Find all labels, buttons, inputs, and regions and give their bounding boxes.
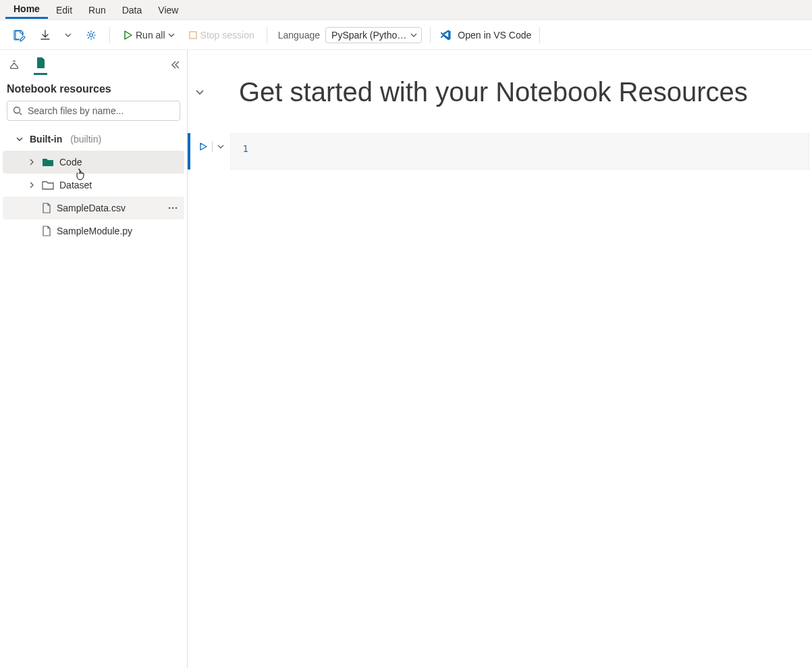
folder-outline-icon: [42, 180, 54, 190]
code-cell[interactable]: 1: [230, 133, 809, 170]
sidebar: Notebook resources Built-in (builtin): [0, 50, 188, 668]
tree-root-builtin[interactable]: Built-in (builtin): [3, 128, 184, 151]
download-dropdown[interactable]: [61, 29, 76, 41]
tree-file-label: SampleData.csv: [57, 203, 126, 213]
file-icon: [42, 203, 51, 213]
svg-point-0: [90, 33, 93, 36]
data-source-icon: [8, 58, 20, 70]
cell-run-button[interactable]: [198, 142, 208, 151]
open-in-vscode-button[interactable]: Open in VS Code: [439, 28, 531, 42]
tree-folder-dataset[interactable]: Dataset: [3, 174, 184, 197]
menu-tab-home[interactable]: Home: [5, 1, 48, 19]
chevron-right-icon: [27, 158, 36, 166]
main-split: Notebook resources Built-in (builtin): [0, 50, 812, 668]
toolbar: Run all Stop session Language PySpark (P…: [0, 20, 812, 50]
code-cell-row: 1: [188, 133, 812, 170]
search-input[interactable]: [26, 105, 174, 117]
svg-point-5: [175, 207, 178, 209]
tree-root-sub: (builtin): [70, 134, 101, 145]
chevron-down-icon: [410, 32, 417, 38]
download-button[interactable]: [35, 26, 55, 44]
file-icon: [42, 226, 51, 236]
svg-rect-1: [190, 32, 196, 38]
cell-collapse-toggle[interactable]: [188, 77, 209, 97]
menu-tab-run[interactable]: Run: [80, 2, 114, 18]
chevron-down-icon: [194, 86, 205, 97]
search-box[interactable]: [7, 101, 180, 121]
language-dropdown[interactable]: PySpark (Pytho…: [325, 27, 422, 43]
save-edit-button[interactable]: [8, 26, 30, 45]
stop-icon: [188, 30, 198, 40]
sidebar-tab-lakehouse[interactable]: [7, 55, 22, 74]
language-value: PySpark (Pytho…: [331, 30, 406, 41]
page-title: Get started with your Notebook Resources: [217, 77, 748, 107]
download-icon: [39, 29, 51, 41]
sidebar-tabs: [0, 50, 187, 75]
file-icon: [35, 57, 46, 69]
sidebar-title: Notebook resources: [0, 75, 187, 101]
chevron-down-icon: [168, 32, 175, 38]
code-editor[interactable]: [256, 143, 809, 159]
chevron-right-icon: [27, 181, 36, 189]
chevron-double-left-icon: [171, 60, 180, 70]
svg-point-4: [172, 207, 174, 209]
cell-run-dropdown[interactable]: [217, 143, 225, 151]
run-all-label: Run all: [136, 30, 165, 41]
cell-run-separator: [212, 141, 213, 152]
toolbar-separator: [267, 27, 267, 43]
menu-tab-view[interactable]: View: [150, 2, 186, 18]
more-icon: [168, 207, 178, 209]
toolbar-separator: [539, 27, 540, 43]
menu-tab-data[interactable]: Data: [114, 2, 151, 18]
stop-session-label: Stop session: [200, 30, 254, 41]
tree-folder-label: Code: [59, 157, 82, 168]
play-icon: [122, 30, 133, 41]
tree-file-more-button[interactable]: [165, 207, 180, 209]
stop-session-button[interactable]: Stop session: [184, 27, 259, 43]
search-icon: [13, 106, 22, 115]
chevron-down-icon: [217, 143, 225, 151]
menubar: Home Edit Run Data View: [0, 0, 812, 20]
play-icon: [198, 142, 208, 151]
chevron-down-icon: [15, 135, 24, 143]
sidebar-tab-resources[interactable]: [34, 54, 47, 75]
chevron-down-icon: [65, 32, 72, 38]
tree-file-sampledata[interactable]: SampleData.csv: [3, 197, 184, 220]
line-number: 1: [231, 143, 256, 159]
toolbar-separator: [430, 27, 431, 43]
svg-point-3: [169, 207, 171, 209]
collapse-sidebar-button[interactable]: [171, 60, 180, 70]
resource-tree: Built-in (builtin) Code Dataset: [0, 126, 187, 244]
folder-icon: [42, 157, 54, 167]
settings-button[interactable]: [81, 26, 101, 44]
open-in-vscode-label: Open in VS Code: [458, 30, 531, 41]
run-all-button[interactable]: Run all: [118, 27, 179, 43]
menu-tab-edit[interactable]: Edit: [48, 2, 80, 18]
tree-root-label: Built-in: [30, 134, 62, 145]
vscode-icon: [439, 28, 452, 42]
gear-icon: [85, 29, 97, 41]
svg-point-2: [14, 107, 20, 113]
tree-folder-label: Dataset: [59, 180, 92, 190]
tree-folder-code[interactable]: Code: [3, 151, 184, 174]
save-edit-icon: [12, 28, 26, 42]
tree-file-samplemodule[interactable]: SampleModule.py: [3, 220, 184, 242]
toolbar-separator: [109, 27, 110, 43]
language-label: Language: [278, 30, 320, 41]
tree-file-label: SampleModule.py: [57, 226, 132, 236]
notebook-content: Get started with your Notebook Resources…: [188, 50, 812, 668]
